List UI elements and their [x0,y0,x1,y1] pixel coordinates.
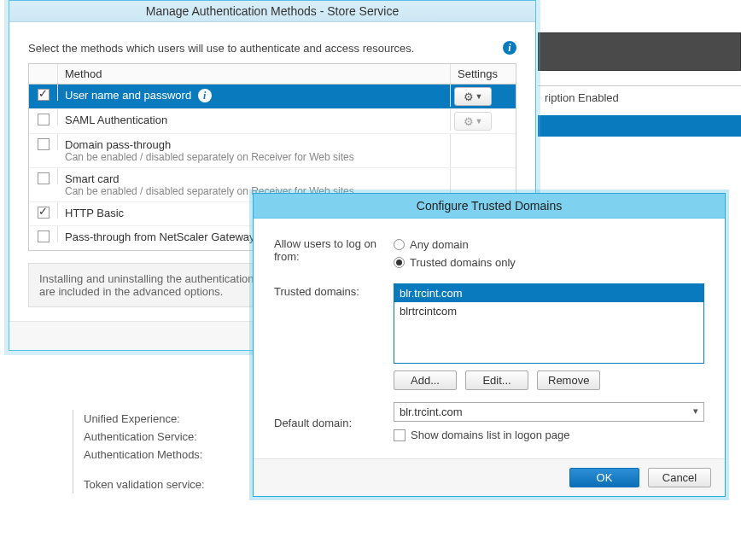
radio-label: Trusted domains only [410,256,516,269]
info-icon[interactable]: i [198,89,212,102]
checkbox[interactable] [38,89,50,101]
radio-trusted-only[interactable]: Trusted domains only [394,254,704,271]
auth-row-label: HTTP Basic [65,207,124,219]
background-toolbar-dark [538,32,741,71]
trusted-domains-list[interactable]: blr.trcint.com blrtrcintcom [394,283,704,364]
dialog-title: Manage Authentication Methods - Store Se… [9,1,535,22]
trusted-domains-label: Trusted domains: [274,283,394,298]
auth-row-username-password[interactable]: User name and password i ⚙ ▼ [29,85,516,109]
auth-row-label: Domain pass-through [65,138,443,151]
remove-button[interactable]: Remove [537,370,600,390]
default-domain-label: Default domain: [274,415,394,429]
auth-row-label: SAML Authentication [65,114,167,126]
allow-label: Allow users to log on from: [274,236,394,263]
edit-button[interactable]: Edit... [465,370,528,390]
auth-row-domain-passthrough[interactable]: Domain pass-through Can be enabled / dis… [29,134,516,168]
auth-row-label: User name and password [65,89,191,102]
default-domain-select[interactable]: blr.trcint.com [394,402,704,422]
list-item[interactable]: blr.trcint.com [394,284,703,302]
checkbox[interactable] [38,230,50,242]
radio-icon [394,239,405,250]
checkbox[interactable] [394,429,406,441]
info-icon[interactable]: i [503,41,516,55]
grid-header-checkbox [29,64,58,84]
checkbox[interactable] [38,172,50,184]
grid-header: Method Settings [29,64,516,85]
add-button[interactable]: Add... [394,370,457,390]
chevron-down-icon: ▼ [476,117,483,125]
checkbox[interactable] [38,138,50,150]
radio-label: Any domain [410,238,469,251]
grid-header-settings: Settings [451,64,516,84]
settings-dropdown[interactable]: ⚙ ▼ [454,87,492,106]
cancel-button[interactable]: Cancel [648,468,711,487]
checkbox[interactable] [38,207,50,219]
settings-dropdown[interactable]: ⚙ ▼ [454,112,492,131]
dialog-description: Select the methods which users will use … [28,42,414,55]
trusted-domains-dialog: Configure Trusted Domains Allow users to… [253,193,726,497]
background-selected-row [538,115,741,137]
show-domains-checkbox[interactable]: Show domains list in logon page [394,429,704,441]
auth-row-sub: Can be enabled / disabled separately on … [65,151,443,163]
dialog-title: Configure Trusted Domains [254,194,725,219]
list-item[interactable]: blrtrcintcom [394,302,703,320]
radio-any-domain[interactable]: Any domain [394,236,704,254]
radio-icon [394,257,405,268]
gear-icon: ⚙ [464,115,474,128]
auth-row-label: Pass-through from NetScaler Gateway [65,230,255,243]
auth-row-saml[interactable]: SAML Authentication ⚙ ▼ [29,109,516,134]
checkbox[interactable] [38,114,50,125]
checkbox-label: Show domains list in logon page [411,429,569,441]
chevron-down-icon: ▼ [476,92,483,101]
grid-header-method: Method [58,64,451,84]
gear-icon: ⚙ [464,90,474,103]
auth-row-label: Smart card [65,172,443,185]
ok-button[interactable]: OK [569,468,639,487]
